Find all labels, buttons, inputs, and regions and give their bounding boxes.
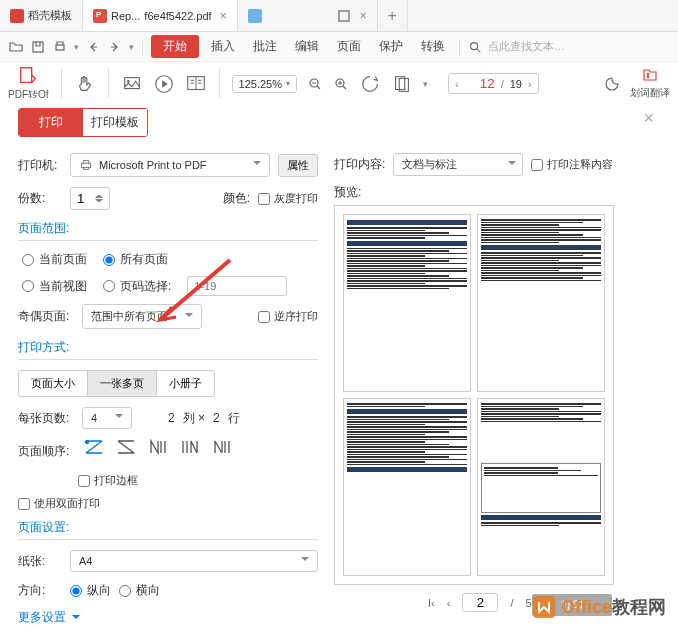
printer-label: 打印机: — [18, 157, 62, 174]
first-page-icon[interactable]: I‹ — [428, 597, 435, 609]
paper-label: 纸张: — [18, 553, 62, 570]
zoom-selector[interactable]: 125.25% ▾ — [232, 75, 297, 93]
print-dialog: × 打印 打印模板 打印机: Microsoft Print to PDF 属性… — [0, 98, 678, 628]
page-settings-title: 页面设置: — [18, 519, 318, 540]
hand-tool-icon[interactable] — [74, 73, 96, 95]
duplex-checkbox[interactable]: 使用双面打印 — [18, 496, 318, 511]
copies-input[interactable] — [70, 187, 110, 210]
fit-page-icon[interactable] — [391, 73, 413, 95]
properties-button[interactable]: 属性 — [278, 154, 318, 177]
redo-icon[interactable] — [107, 39, 123, 55]
page-select-radio[interactable]: 页码选择: — [103, 278, 171, 295]
rotate-icon[interactable] — [359, 73, 381, 95]
print-content-label: 打印内容: — [334, 156, 385, 173]
order-reverse-z-icon[interactable] — [116, 439, 136, 455]
prev-page-icon[interactable]: ‹ — [455, 78, 459, 90]
search-icon[interactable] — [468, 40, 482, 54]
odd-even-value: 范围中所有页面 — [91, 309, 168, 324]
paper-select[interactable]: A4 — [70, 550, 318, 572]
undo-icon[interactable] — [85, 39, 101, 55]
order-n-icon[interactable] — [148, 439, 168, 455]
spinner-icon[interactable] — [95, 192, 103, 205]
print-border-checkbox[interactable]: 打印边框 — [78, 473, 318, 488]
page-range-title: 页面范围: — [18, 220, 318, 241]
copies-label: 份数: — [18, 190, 62, 207]
translate-icon — [641, 67, 659, 85]
tab-blank[interactable]: × — [238, 0, 378, 31]
prev-page-icon[interactable]: ‹ — [447, 597, 451, 609]
preview-page-input[interactable] — [462, 593, 498, 612]
print-icon[interactable] — [52, 39, 68, 55]
landscape-radio[interactable]: 横向 — [119, 582, 160, 599]
pages-per-select[interactable]: 4 — [82, 407, 132, 429]
odd-even-select[interactable]: 范围中所有页面 — [82, 304, 202, 329]
tab-label-suffix: f6e4f5422.pdf — [144, 10, 211, 22]
watermark-text: Office教程网 — [561, 595, 666, 619]
page-current-input[interactable] — [465, 76, 495, 91]
page-nav: ‹ /19 › — [448, 73, 539, 94]
preview-panel: 打印内容: 文档与标注 打印注释内容 预览: I‹ ‹ / 5 › ›I — [334, 153, 660, 626]
protect-tab[interactable]: 保护 — [373, 38, 409, 55]
portrait-radio[interactable]: 纵向 — [70, 582, 111, 599]
preview-page-2 — [477, 214, 605, 392]
moon-icon[interactable] — [604, 76, 620, 92]
zoom-out-icon[interactable] — [307, 76, 323, 92]
pdf-convert-button[interactable]: PDF转Of — [8, 65, 49, 102]
image-tool-icon[interactable] — [121, 73, 143, 95]
page-tab[interactable]: 页面 — [331, 38, 367, 55]
watermark: Office教程网 — [531, 594, 666, 620]
close-icon[interactable]: × — [360, 9, 367, 23]
zoom-in-icon[interactable] — [333, 76, 349, 92]
reverse-checkbox[interactable]: 逆序打印 — [258, 309, 318, 324]
booklet-button[interactable]: 小册子 — [156, 370, 215, 397]
current-page-radio[interactable]: 当前页面 — [22, 251, 87, 268]
zoom-value: 125.25% — [239, 78, 282, 90]
grayscale-checkbox[interactable]: 灰度打印 — [258, 191, 318, 206]
save-icon[interactable] — [30, 39, 46, 55]
blank-doc-icon — [248, 9, 262, 23]
search-placeholder[interactable]: 点此查找文本… — [488, 39, 565, 54]
print-content-select[interactable]: 文档与标注 — [393, 153, 523, 176]
tab-label-prefix: Rep... — [111, 10, 140, 22]
printer-select[interactable]: Microsoft Print to PDF — [70, 153, 270, 177]
copies-value[interactable] — [77, 191, 92, 206]
print-annotations-checkbox[interactable]: 打印注释内容 — [531, 157, 613, 172]
rows-label: 行 — [228, 410, 240, 427]
tab-print[interactable]: 打印 — [19, 109, 83, 136]
current-view-radio[interactable]: 当前视图 — [22, 278, 87, 295]
convert-tab[interactable]: 转换 — [415, 38, 451, 55]
page-size-button[interactable]: 页面大小 — [18, 370, 88, 397]
play-icon[interactable] — [153, 73, 175, 95]
all-pages-radio[interactable]: 所有页面 — [103, 251, 168, 268]
page-range-input[interactable] — [187, 276, 287, 296]
docer-icon — [10, 9, 24, 23]
next-page-icon[interactable]: › — [528, 78, 532, 90]
svg-rect-0 — [339, 11, 349, 21]
svg-rect-2 — [56, 45, 64, 50]
new-tab-button[interactable]: + — [378, 0, 408, 31]
start-tab[interactable]: 开始 — [151, 35, 199, 58]
reader-mode-icon[interactable] — [185, 73, 207, 95]
edit-tab[interactable]: 编辑 — [289, 38, 325, 55]
tab-current-pdf[interactable]: Rep... f6e4f5422.pdf × — [83, 0, 238, 31]
folder-open-icon[interactable] — [8, 39, 24, 55]
color-label: 颜色: — [223, 190, 250, 207]
more-settings-link[interactable]: 更多设置 — [18, 609, 318, 626]
tab-print-template[interactable]: 打印模板 — [83, 109, 147, 136]
close-dialog-button[interactable]: × — [643, 108, 654, 129]
print-method-group: 页面大小 一张多页 小册子 — [18, 370, 318, 397]
document-tabs-row: 稻壳模板 Rep... f6e4f5422.pdf × × + — [0, 0, 678, 32]
order-z-icon[interactable] — [84, 439, 104, 455]
tab-label: 稻壳模板 — [28, 8, 72, 23]
translate-button[interactable]: 划词翻译 — [630, 67, 670, 100]
multi-page-button[interactable]: 一张多页 — [87, 370, 157, 397]
dialog-tab-group: 打印 打印模板 — [18, 108, 148, 137]
order-horizontal-icon[interactable] — [212, 439, 232, 455]
annotate-tab[interactable]: 批注 — [247, 38, 283, 55]
insert-tab[interactable]: 插入 — [205, 38, 241, 55]
orientation-label: 方向: — [18, 582, 62, 599]
order-reverse-n-icon[interactable] — [180, 439, 200, 455]
preview-label: 预览: — [334, 184, 660, 201]
close-icon[interactable]: × — [220, 9, 227, 23]
tab-templates[interactable]: 稻壳模板 — [0, 0, 83, 31]
